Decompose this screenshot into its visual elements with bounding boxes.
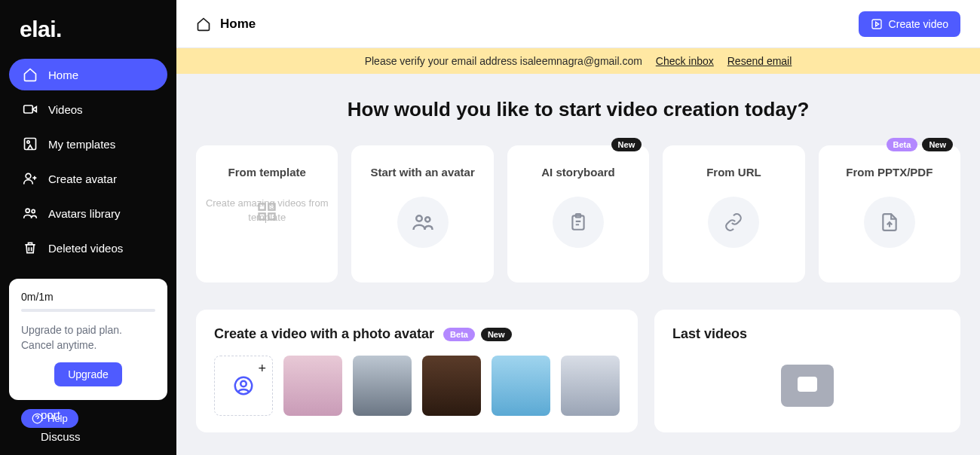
photo-avatar-section: Create a video with a photo avatar Beta … (196, 310, 638, 432)
headline: How would you like to start video creati… (196, 96, 960, 123)
sidebar-item-support[interactable]: port (41, 405, 81, 426)
card-title: From template (228, 165, 306, 180)
verify-text: Please verify your email address isaleem… (365, 55, 642, 67)
sidebar-item-label: Deleted videos (48, 242, 123, 255)
check-inbox-link[interactable]: Check inbox (656, 55, 714, 67)
card-title: From PPTX/PDF (846, 165, 933, 180)
add-user-icon (23, 171, 38, 186)
sidebar-item-create-avatar[interactable]: Create avatar (9, 163, 167, 194)
page-title: Home (220, 17, 256, 32)
svg-point-2 (27, 141, 29, 143)
add-photo-avatar[interactable]: + (214, 356, 273, 416)
card-from-template[interactable]: From template Create amazing videos from… (196, 145, 338, 282)
svg-rect-0 (24, 105, 33, 113)
avatar-option-4[interactable] (492, 356, 550, 416)
create-video-button[interactable]: Create video (859, 11, 960, 37)
sidebar-item-avatars-library[interactable]: Avatars library (9, 197, 167, 229)
usage-value: 0m/1m (21, 291, 155, 303)
svg-point-4 (26, 209, 29, 212)
svg-point-5 (32, 209, 35, 212)
svg-rect-7 (872, 20, 881, 29)
sidebar-item-label: Create avatar (48, 173, 117, 185)
users-icon (23, 206, 38, 221)
sidebar-item-videos[interactable]: Videos (9, 93, 167, 125)
avatar-option-3[interactable] (422, 356, 481, 416)
section-title: Last videos (672, 326, 942, 342)
svg-point-17 (240, 381, 247, 387)
play-add-icon (871, 18, 883, 30)
svg-rect-8 (259, 204, 265, 210)
avatar-option-1[interactable] (283, 356, 342, 416)
video-icon (23, 102, 38, 117)
clipboard-icon (568, 212, 588, 232)
new-badge: New (481, 328, 512, 341)
card-title: From URL (706, 165, 761, 180)
sidebar-item-templates[interactable]: My templates (9, 128, 167, 160)
sidebar-item-discuss[interactable]: Discuss (41, 426, 81, 448)
user-circle-icon (232, 374, 255, 397)
usage-desc: Upgrade to paid plan. Cancel anytime. (21, 322, 155, 353)
sidebar-item-label: My templates (48, 138, 115, 151)
users-icon (412, 211, 434, 234)
svg-point-12 (416, 216, 422, 222)
verify-email-banner: Please verify your email address isaleem… (176, 48, 980, 74)
templates-icon (23, 136, 38, 151)
sidebar-item-label: Avatars library (48, 207, 121, 220)
card-from-pptx-pdf[interactable]: Beta New From PPTX/PDF (819, 145, 960, 282)
section-title: Create a video with a photo avatar (214, 326, 434, 342)
svg-rect-11 (269, 213, 275, 219)
create-video-label: Create video (889, 18, 948, 30)
file-upload-icon (880, 212, 899, 232)
card-from-url[interactable]: From URL (663, 145, 804, 282)
new-badge: New (611, 138, 642, 151)
sidebar-item-label: Home (48, 69, 78, 81)
avatar-option-5[interactable] (561, 356, 620, 416)
trash-icon (23, 240, 38, 255)
avatar-option-2[interactable] (353, 356, 412, 416)
new-badge: New (922, 138, 953, 151)
beta-badge: Beta (443, 328, 475, 341)
sidebar-item-deleted[interactable]: Deleted videos (9, 232, 167, 264)
svg-rect-9 (269, 204, 275, 210)
card-title: AI storyboard (541, 165, 615, 180)
upgrade-button[interactable]: Upgrade (54, 362, 122, 386)
sidebar-item-home[interactable]: Home (9, 59, 167, 90)
last-videos-section: Last videos (654, 310, 960, 432)
card-start-avatar[interactable]: Start with an avatar (351, 145, 493, 282)
home-icon (23, 67, 38, 82)
svg-point-3 (26, 173, 31, 179)
plus-icon: + (258, 361, 266, 377)
usage-bar (21, 309, 155, 312)
brand-logo: elai. (20, 17, 167, 42)
svg-point-13 (425, 217, 430, 221)
card-title: Start with an avatar (370, 165, 474, 180)
empty-videos-icon (781, 365, 834, 407)
sidebar-item-label: Videos (48, 103, 83, 116)
beta-badge: Beta (887, 138, 918, 151)
home-icon (196, 17, 211, 32)
link-icon (724, 212, 743, 232)
grid-icon (256, 201, 277, 222)
card-ai-storyboard[interactable]: New AI storyboard (507, 145, 649, 282)
usage-card: 0m/1m Upgrade to paid plan. Cancel anyti… (9, 279, 167, 400)
resend-email-link[interactable]: Resend email (727, 55, 792, 67)
svg-rect-10 (259, 213, 265, 219)
